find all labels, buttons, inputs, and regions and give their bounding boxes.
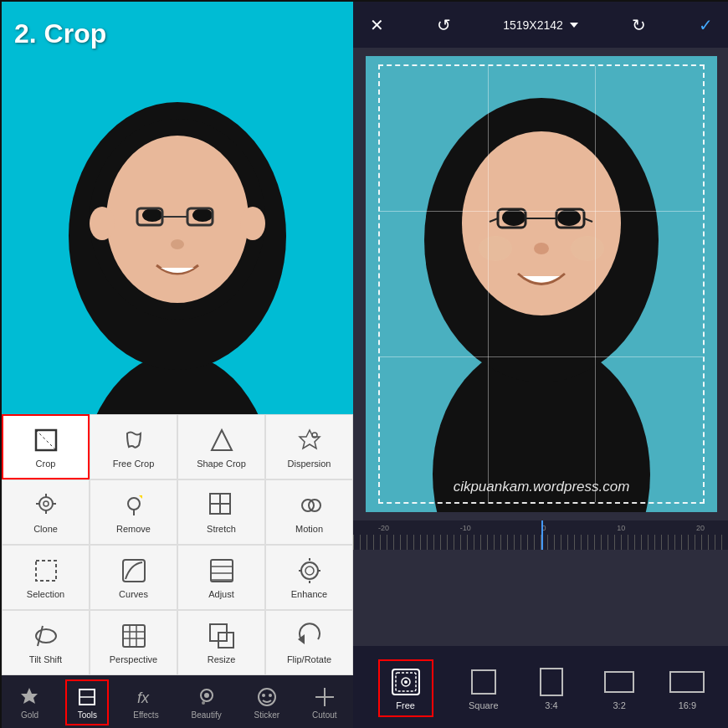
gold-icon — [18, 685, 41, 709]
nav-gold-label: Gold — [21, 710, 38, 720]
tool-motion[interactable]: Motion — [265, 479, 353, 545]
svg-rect-87 — [541, 669, 562, 695]
svg-point-62 — [262, 694, 265, 697]
left-panel: 2. Crop — [2, 2, 353, 728]
16-9-icon — [669, 666, 705, 698]
svg-point-11 — [90, 207, 115, 240]
rotate-right-button[interactable]: ↻ — [632, 15, 646, 35]
tool-clone[interactable]: Clone — [2, 479, 90, 545]
rotate-left-button[interactable]: ↺ — [437, 15, 451, 35]
svg-line-14 — [36, 430, 56, 450]
3-4-label: 3:4 — [545, 700, 557, 710]
stretch-label: Stretch — [207, 524, 236, 534]
free-crop-icon — [119, 425, 149, 455]
resize-label: Resize — [208, 654, 236, 664]
motion-icon — [295, 490, 325, 520]
dispersion-icon — [295, 425, 325, 455]
svg-rect-88 — [605, 672, 633, 692]
svg-point-63 — [269, 694, 272, 697]
svg-point-6 — [192, 208, 213, 222]
ruler-label-1: -20 — [378, 524, 389, 532]
remove-icon — [119, 490, 149, 520]
tool-resize[interactable]: Resize — [177, 610, 265, 675]
nav-cutout[interactable]: Cutout — [304, 681, 345, 724]
cutout-icon — [313, 685, 336, 709]
nav-gold[interactable]: Gold — [9, 681, 49, 724]
tool-curves[interactable]: Curves — [90, 545, 177, 610]
tool-free-crop[interactable]: Free Crop — [90, 414, 177, 479]
bottom-nav: Gold Tools fx Effects Beautify — [2, 675, 353, 728]
tool-selection[interactable]: Selection — [2, 545, 90, 610]
curves-icon — [119, 556, 149, 586]
ruler-label-2: -10 — [460, 524, 471, 532]
3-2-icon — [602, 666, 637, 698]
svg-text:fx: fx — [137, 690, 150, 706]
nav-beautify[interactable]: Beautify — [183, 681, 230, 724]
ruler-ticks — [353, 535, 728, 550]
svg-point-79 — [534, 243, 549, 254]
resize-icon — [207, 621, 237, 651]
ruler-labels: -20 -10 0 10 20 — [353, 524, 728, 532]
tool-enhance[interactable]: Enhance — [265, 545, 353, 610]
watermark: cikpuankam.wordpress.com — [366, 479, 717, 495]
photo-right: cikpuankam.wordpress.com — [366, 56, 717, 512]
nav-cutout-label: Cutout — [312, 710, 336, 720]
nav-effects[interactable]: fx Effects — [125, 681, 167, 724]
tool-crop[interactable]: Crop — [2, 414, 90, 479]
shape-crop-label: Shape Crop — [197, 459, 246, 469]
enhance-label: Enhance — [291, 589, 327, 599]
crop-label: Crop — [36, 459, 56, 469]
tool-perspective[interactable]: Perspective — [90, 610, 177, 675]
tool-stretch[interactable]: Stretch — [177, 479, 265, 545]
svg-point-80 — [479, 236, 512, 261]
enhance-icon — [295, 556, 325, 586]
nav-tools[interactable]: Tools — [65, 679, 109, 725]
ruler-label-4: 10 — [617, 524, 625, 532]
adjust-icon — [207, 556, 237, 586]
right-panel: ✕ ↺ 1519X2142 ↻ ✓ — [353, 2, 728, 728]
tool-remove[interactable]: Remove — [90, 479, 177, 545]
tool-shape-crop[interactable]: Shape Crop — [177, 414, 265, 479]
tool-flip-rotate[interactable]: Flip/Rotate — [265, 610, 353, 675]
svg-rect-86 — [472, 670, 495, 694]
free-crop-icon — [388, 666, 423, 698]
resolution-selector[interactable]: 1519X2142 — [503, 18, 580, 32]
crop-option-3-2[interactable]: 3:2 — [602, 666, 637, 710]
nav-tools-label: Tools — [78, 710, 97, 720]
dropdown-arrow-icon — [568, 19, 580, 31]
svg-point-5 — [142, 208, 162, 222]
square-label: Square — [469, 700, 498, 710]
crop-icon — [31, 425, 61, 455]
beautify-icon — [195, 685, 218, 709]
close-button[interactable]: ✕ — [370, 15, 384, 35]
svg-rect-30 — [220, 504, 230, 514]
crop-option-16-9[interactable]: 16:9 — [669, 666, 705, 710]
flip-rotate-icon — [295, 621, 325, 651]
svg-marker-54 — [21, 688, 38, 704]
svg-point-39 — [301, 562, 318, 579]
tool-tilt-shift[interactable]: Tilt Shift — [2, 610, 90, 675]
svg-rect-13 — [36, 430, 56, 450]
crop-option-square[interactable]: Square — [466, 666, 501, 710]
tilt-shift-icon — [31, 621, 61, 651]
motion-label: Motion — [295, 524, 323, 534]
svg-marker-25 — [139, 495, 142, 499]
nav-effects-label: Effects — [133, 710, 158, 720]
tool-dispersion[interactable]: Dispersion — [265, 414, 353, 479]
nav-sticker[interactable]: Sticker — [246, 681, 289, 724]
confirm-button[interactable]: ✓ — [699, 15, 713, 35]
crop-option-free[interactable]: Free — [378, 659, 433, 717]
tools-grid: Crop Free Crop Shape Crop — [2, 414, 353, 675]
svg-rect-35 — [211, 560, 233, 582]
svg-rect-27 — [210, 494, 220, 504]
svg-point-73 — [557, 209, 581, 226]
square-icon — [466, 666, 501, 698]
svg-marker-53 — [298, 634, 305, 644]
selection-label: Selection — [27, 589, 64, 599]
dispersion-label: Dispersion — [288, 459, 331, 469]
main-container: 2. Crop — [0, 0, 728, 728]
tool-adjust[interactable]: Adjust — [177, 545, 265, 610]
crop-option-3-4[interactable]: 3:4 — [534, 666, 569, 710]
3-4-icon — [534, 666, 569, 698]
step2-label: 2. Crop — [14, 18, 106, 49]
